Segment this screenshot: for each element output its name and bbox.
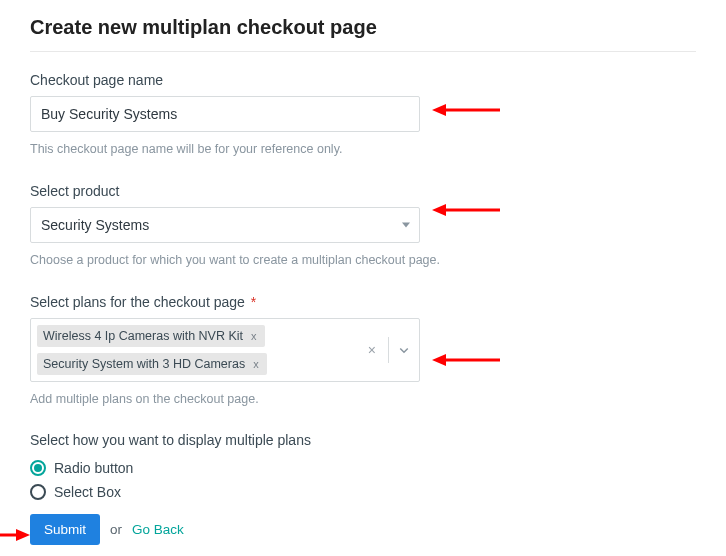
clear-all-icon[interactable]: × [364,342,380,358]
label-checkout-name: Checkout page name [30,72,696,88]
label-plans: Select plans for the checkout page * [30,294,696,310]
submit-button[interactable]: Submit [30,514,100,545]
remove-chip-icon[interactable]: x [251,358,261,370]
form-page: Create new multiplan checkout page Check… [0,0,726,556]
product-selected-text: Security Systems [41,217,149,233]
or-text: or [110,522,122,537]
plans-chips: Wireless 4 Ip Cameras with NVR Kit x Sec… [31,319,356,381]
radio-label: Select Box [54,484,121,500]
caret-down-icon [402,222,410,227]
chevron-down-icon[interactable] [397,343,411,357]
plan-chip-label: Wireless 4 Ip Cameras with NVR Kit [43,329,243,343]
svg-marker-7 [16,529,30,541]
plans-controls: × [356,319,419,381]
product-select[interactable]: Security Systems [30,207,420,243]
field-checkout-name: Checkout page name This checkout page na… [30,72,696,159]
remove-chip-icon[interactable]: x [249,330,259,342]
field-display: Select how you want to display multiple … [30,432,696,500]
plan-chip-label: Security System with 3 HD Cameras [43,357,245,371]
separator [388,337,389,363]
plan-chip: Security System with 3 HD Cameras x [37,353,267,375]
field-product: Select product Security Systems Choose a… [30,183,696,270]
required-mark: * [251,294,256,310]
form-actions: Submit or Go Back [30,514,696,545]
radio-icon [30,460,46,476]
help-plans: Add multiple plans on the checkout page. [30,390,450,409]
divider [30,51,696,52]
radio-label: Radio button [54,460,133,476]
field-plans: Select plans for the checkout page * Wir… [30,294,696,409]
checkout-name-input[interactable] [30,96,420,132]
plans-multiselect[interactable]: Wireless 4 Ip Cameras with NVR Kit x Sec… [30,318,420,382]
plan-chip: Wireless 4 Ip Cameras with NVR Kit x [37,325,265,347]
product-select-value[interactable]: Security Systems [30,207,420,243]
help-product: Choose a product for which you want to c… [30,251,450,270]
label-product: Select product [30,183,696,199]
annotation-arrow-icon [0,525,30,545]
go-back-link[interactable]: Go Back [132,522,184,537]
label-display: Select how you want to display multiple … [30,432,696,448]
page-title: Create new multiplan checkout page [30,16,696,39]
radio-icon [30,484,46,500]
help-checkout-name: This checkout page name will be for your… [30,140,450,159]
display-option-select[interactable]: Select Box [30,484,696,500]
display-option-radio[interactable]: Radio button [30,460,696,476]
label-plans-text: Select plans for the checkout page [30,294,245,310]
